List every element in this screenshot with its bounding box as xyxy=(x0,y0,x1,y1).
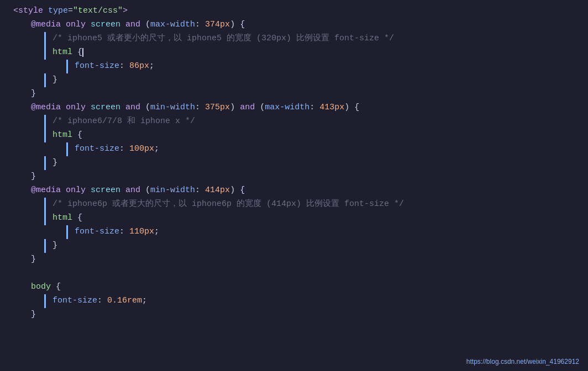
line-gutter-1 xyxy=(4,4,7,18)
paren-open-3: ( xyxy=(260,101,265,114)
fontsize-val-1: 86px xyxy=(129,60,149,73)
and-keyword-4: and xyxy=(125,184,145,197)
brace-close-7: } xyxy=(31,308,36,321)
paren-close-3: ) xyxy=(344,101,354,114)
line-content-8: @media only screen and (min-width: 375px… xyxy=(31,101,579,114)
brace-open-7: { xyxy=(56,280,61,294)
min-width-prop-2: min-width xyxy=(150,184,195,197)
code-line-12: } xyxy=(0,156,588,170)
line-content-16: html { xyxy=(53,211,579,225)
max-width-prop: max-width xyxy=(150,18,195,31)
code-line-6: } xyxy=(0,73,588,87)
code-line-3: /* iphone5 或者更小的尺寸，以 iphone5 的宽度 (320px)… xyxy=(0,32,588,46)
colon-4: : xyxy=(119,142,129,156)
brace-open-3: { xyxy=(354,101,359,114)
line-content-19: } xyxy=(31,253,579,266)
code-line-7: } xyxy=(0,87,588,101)
brace-close-3: } xyxy=(53,156,57,169)
code-line-9: /* iphone6/7/8 和 iphone x */ xyxy=(0,115,588,129)
fontsize-prop-4: font-size xyxy=(53,294,97,308)
code-line-18: } xyxy=(0,239,588,253)
fontsize-prop-2: font-size xyxy=(75,142,119,156)
paren-open-4: ( xyxy=(145,184,150,197)
line-gutter-15 xyxy=(44,198,46,211)
line-gutter-2 xyxy=(22,18,24,32)
only-keyword: only xyxy=(66,18,91,31)
line-gutter-17 xyxy=(66,225,68,239)
line-content-15: /* iphone6p 或者更大的尺寸，以 iphone6p 的宽度 (414p… xyxy=(53,198,579,211)
brace-close-5: } xyxy=(53,239,57,252)
media-keyword: @media xyxy=(31,18,66,31)
code-line-21: body { xyxy=(0,280,588,294)
attr-eq: = xyxy=(68,4,73,18)
line-gutter-18 xyxy=(44,239,46,253)
line-gutter-11 xyxy=(66,142,68,156)
line-content-13: } xyxy=(31,170,579,183)
fontsize-val-4: 0.16rem xyxy=(107,294,142,308)
brace-close-2: } xyxy=(31,87,36,100)
html-selector-3: html xyxy=(53,211,77,225)
and-keyword-2: and xyxy=(125,101,145,114)
screen-keyword-2: screen xyxy=(91,101,125,114)
line-gutter-10 xyxy=(44,129,46,142)
line-gutter-6 xyxy=(44,73,46,87)
semi-2: ; xyxy=(154,142,159,156)
tag-open: <style xyxy=(13,4,48,18)
max-width-val: 374px xyxy=(205,18,230,31)
fontsize-prop-3: font-size xyxy=(75,225,119,239)
line-content-10: html { xyxy=(53,129,579,142)
line-gutter-20 xyxy=(4,267,7,280)
line-content-6: } xyxy=(53,73,579,87)
only-keyword-2: only xyxy=(66,101,91,114)
code-line-19: } xyxy=(0,253,588,267)
comment-1: /* iphone5 或者更小的尺寸，以 iphone5 的宽度 (320px)… xyxy=(53,32,394,45)
colon-2: : xyxy=(195,101,205,114)
colon-5: : xyxy=(195,184,205,197)
line-content-11: font-size: 100px; xyxy=(75,142,579,156)
colon-3: : xyxy=(309,101,319,114)
watermark-url: https://blog.csdn.net/weixin_41962912 xyxy=(466,358,579,365)
line-gutter-3 xyxy=(44,32,46,46)
colon-7: : xyxy=(97,294,107,308)
min-width-val: 375px xyxy=(205,101,230,114)
code-line-13: } xyxy=(0,170,588,184)
code-line-22: font-size: 0.16rem; xyxy=(0,294,588,308)
comment-3: /* iphone6p 或者更大的尺寸，以 iphone6p 的宽度 (414p… xyxy=(53,198,404,211)
line-gutter-14 xyxy=(22,184,24,198)
text-cursor xyxy=(82,48,83,57)
line-content-22: font-size: 0.16rem; xyxy=(53,294,579,308)
semi-3: ; xyxy=(154,225,159,239)
line-gutter-16 xyxy=(44,211,46,225)
paren-close-4: ) xyxy=(230,184,240,197)
html-selector-2: html xyxy=(53,129,77,142)
line-content-9: /* iphone6/7/8 和 iphone x */ xyxy=(53,115,579,128)
line-content-23: } xyxy=(31,308,579,321)
and-keyword-3: and xyxy=(240,101,260,114)
code-line-23: } xyxy=(0,308,588,322)
min-width-prop: min-width xyxy=(150,101,195,114)
line-gutter-7 xyxy=(22,87,24,101)
line-content-20 xyxy=(13,267,579,280)
max-width-prop-2: max-width xyxy=(265,101,309,114)
line-content-3: /* iphone5 或者更小的尺寸，以 iphone5 的宽度 (320px)… xyxy=(53,32,579,45)
paren-close: ) xyxy=(230,18,240,31)
code-line-1: <style type="text/css"> xyxy=(0,4,588,18)
semi-1: ; xyxy=(149,60,154,73)
code-line-2: @media only screen and (max-width: 374px… xyxy=(0,18,588,32)
and-keyword: and xyxy=(125,18,145,31)
code-editor: <style type="text/css"> @media only scre… xyxy=(0,0,588,326)
code-line-14: @media only screen and (min-width: 414px… xyxy=(0,184,588,198)
screen-keyword: screen xyxy=(91,18,125,31)
comment-2: /* iphone6/7/8 和 iphone x */ xyxy=(53,115,195,128)
max-width-val-2: 413px xyxy=(319,101,344,114)
brace-close-1: } xyxy=(53,73,57,87)
brace-open: { xyxy=(240,18,245,31)
attr-value: "text/css" xyxy=(73,4,123,18)
fontsize-val-2: 100px xyxy=(129,142,154,156)
line-content-4: html { xyxy=(53,46,579,59)
paren-open-2: ( xyxy=(145,101,150,114)
code-line-16: html { xyxy=(0,211,588,225)
html-selector: html xyxy=(53,46,77,59)
media-keyword-3: @media xyxy=(31,184,66,197)
line-content-14: @media only screen and (min-width: 414px… xyxy=(31,184,579,197)
